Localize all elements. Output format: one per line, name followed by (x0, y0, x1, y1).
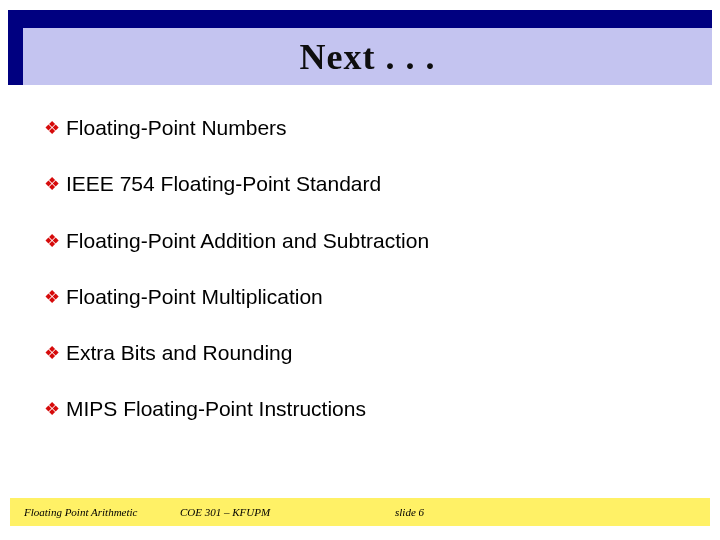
diamond-bullet-icon: ❖ (44, 119, 60, 137)
bullet-text: Floating-Point Addition and Subtraction (66, 228, 429, 254)
footer-page: slide 6 (395, 506, 545, 518)
bullet-text: Extra Bits and Rounding (66, 340, 292, 366)
list-item: ❖ Extra Bits and Rounding (44, 340, 674, 366)
diamond-bullet-icon: ❖ (44, 175, 60, 193)
bullet-text: IEEE 754 Floating-Point Standard (66, 171, 381, 197)
footer-course: COE 301 – KFUPM (180, 506, 395, 518)
diamond-bullet-icon: ❖ (44, 288, 60, 306)
list-item: ❖ IEEE 754 Floating-Point Standard (44, 171, 674, 197)
bullet-text: MIPS Floating-Point Instructions (66, 396, 366, 422)
bullet-text: Floating-Point Multiplication (66, 284, 323, 310)
list-item: ❖ Floating-Point Numbers (44, 115, 674, 141)
list-item: ❖ Floating-Point Multiplication (44, 284, 674, 310)
slide-title: Next . . . (300, 36, 436, 78)
footer-bar: Floating Point Arithmetic COE 301 – KFUP… (10, 498, 710, 526)
list-item: ❖ Floating-Point Addition and Subtractio… (44, 228, 674, 254)
diamond-bullet-icon: ❖ (44, 232, 60, 250)
title-inner: Next . . . (23, 28, 712, 85)
title-band: Next . . . (8, 10, 712, 85)
slide: Next . . . ❖ Floating-Point Numbers ❖ IE… (0, 0, 720, 540)
footer-topic: Floating Point Arithmetic (10, 506, 180, 518)
list-item: ❖ MIPS Floating-Point Instructions (44, 396, 674, 422)
content-area: ❖ Floating-Point Numbers ❖ IEEE 754 Floa… (44, 115, 674, 453)
bullet-text: Floating-Point Numbers (66, 115, 287, 141)
diamond-bullet-icon: ❖ (44, 400, 60, 418)
diamond-bullet-icon: ❖ (44, 344, 60, 362)
